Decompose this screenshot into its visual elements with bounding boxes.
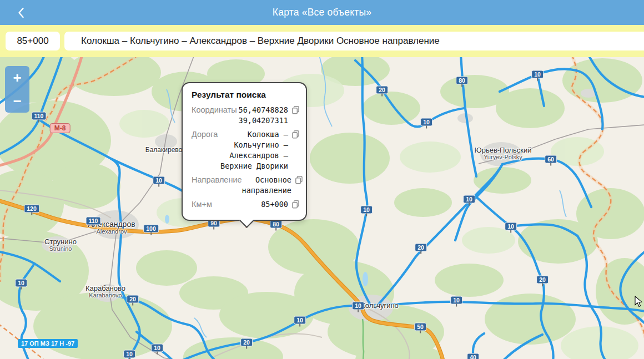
row-value: Колокша – Кольчугино – Александров – Вер… xyxy=(218,129,288,171)
km-badge: 110 xyxy=(32,112,47,120)
km-badge: 60 xyxy=(545,155,557,164)
popup-title: Результат поиска xyxy=(192,90,299,100)
km-badge: 10 xyxy=(450,296,462,305)
route-shield-m8: М-8 xyxy=(50,123,71,133)
km-badge: 10 xyxy=(463,195,475,204)
km-badge: 20 xyxy=(536,276,549,284)
map-canvas[interactable]: АлександровAlexandrovСтруниноStruninoКар… xyxy=(0,57,644,359)
back-button[interactable] xyxy=(10,0,32,25)
zoom-in-button[interactable]: + xyxy=(5,66,29,89)
row-label: Направление xyxy=(192,175,242,185)
chevron-left-icon xyxy=(18,7,24,18)
town-label: Юрьев-ПольскийYuryev-Polsky xyxy=(475,146,532,160)
km-badge: 80 xyxy=(456,77,468,85)
km-badge: 10 xyxy=(15,279,27,287)
km-badge: 10 xyxy=(420,118,432,127)
km-badge: 20 xyxy=(127,295,139,304)
km-badge: 10 xyxy=(531,70,544,79)
town-label: Кольчугино xyxy=(361,302,399,310)
km-badge: 120 xyxy=(24,205,39,213)
km-badge: 20 xyxy=(376,86,388,94)
town-label: КарабановоKarabanovo xyxy=(85,285,125,299)
km-badge: 10 xyxy=(153,176,165,185)
row-value: 85+000 xyxy=(212,199,288,210)
app-header: Карта «Все объекты» xyxy=(0,0,644,25)
search-result-popup: Результат поиска Координаты 56,40748828 … xyxy=(182,82,307,221)
copy-icon[interactable] xyxy=(292,200,299,211)
km-input[interactable]: 85+000 xyxy=(6,32,60,50)
town-label: Балакирево xyxy=(145,146,182,154)
popup-row-direction: Направление Основное направление xyxy=(192,175,299,196)
zoom-out-button[interactable]: − xyxy=(5,89,29,113)
km-badge: 20 xyxy=(415,244,427,252)
km-badge: 10 xyxy=(294,316,306,325)
mouse-cursor-icon xyxy=(635,296,642,310)
km-badge: 100 xyxy=(143,225,159,233)
popup-row-km: Км+м 85+000 xyxy=(192,199,299,211)
copy-icon[interactable] xyxy=(292,130,299,141)
copy-icon[interactable] xyxy=(292,106,299,117)
km-badge: 10 xyxy=(360,206,373,214)
row-label: Дорога xyxy=(192,129,218,140)
road-code-badge: 17 ОП МЗ 17 Н -97 xyxy=(18,339,78,348)
page-title: Карта «Все объекты» xyxy=(273,7,371,18)
zoom-control: + − xyxy=(5,66,29,113)
row-label: Км+м xyxy=(192,199,212,210)
map-overlays: АлександровAlexandrovСтруниноStruninoКар… xyxy=(0,57,644,359)
search-bar: 85+000 Колокша – Кольчугино – Александро… xyxy=(0,25,644,57)
copy-icon[interactable] xyxy=(295,176,303,186)
row-label: Координаты xyxy=(192,105,237,115)
row-value: Основное направление xyxy=(242,175,291,196)
town-label: СтруниноStrunino xyxy=(44,238,77,252)
km-badge: 10 xyxy=(123,350,135,358)
road-input[interactable]: Колокша – Кольчугино – Александров – Вер… xyxy=(64,32,644,50)
km-badge: 50 xyxy=(414,323,426,331)
km-badge: 110 xyxy=(86,217,101,225)
km-badge: 20 xyxy=(240,338,253,347)
km-badge: 10 xyxy=(151,344,163,352)
km-badge: 40 xyxy=(467,353,479,359)
popup-row-road: Дорога Колокша – Кольчугино – Александро… xyxy=(192,129,299,171)
popup-row-coordinates: Координаты 56,40748828 39,04207311 xyxy=(192,105,299,126)
km-badge: 10 xyxy=(505,223,517,231)
km-badge: 10 xyxy=(352,302,364,310)
km-badge: 80 xyxy=(270,220,282,229)
row-value: 56,40748828 39,04207311 xyxy=(237,105,288,126)
